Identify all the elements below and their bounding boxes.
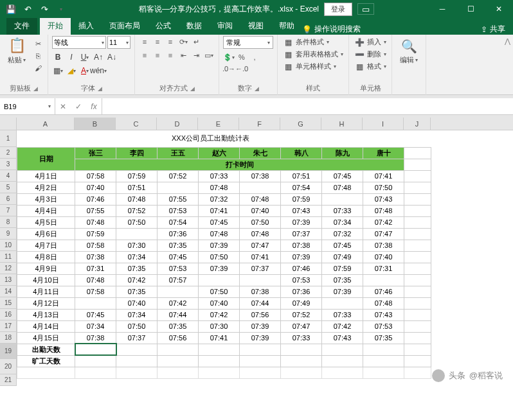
close-button[interactable]: ✕ (485, 0, 513, 18)
tab-file[interactable]: 文件 (6, 17, 37, 35)
tab-layout[interactable]: 页面布局 (102, 17, 148, 35)
row-header-13[interactable]: 13 (0, 274, 17, 286)
underline-button[interactable]: U▾ (79, 51, 91, 63)
tab-home[interactable]: 开始 (40, 17, 71, 35)
row-header-11[interactable]: 11 (0, 251, 17, 263)
tab-insert[interactable]: 插入 (71, 17, 102, 35)
conditional-format-button[interactable]: ▦条件格式▾ (282, 36, 345, 48)
row-header-15[interactable]: 15 (0, 297, 17, 309)
col-header-A[interactable]: A (17, 118, 75, 130)
qat-dropdown-icon[interactable]: ▾ (54, 2, 68, 16)
tab-data[interactable]: 数据 (179, 17, 210, 35)
align-launcher-icon[interactable]: ◢ (190, 85, 195, 92)
row-header-17[interactable]: 17 (0, 320, 17, 332)
decrease-font-icon[interactable]: A↓ (106, 51, 118, 63)
row-header-8[interactable]: 8 (0, 216, 17, 228)
row-header-20[interactable]: 20 (0, 359, 17, 374)
bold-button[interactable]: B (52, 51, 64, 63)
align-right-icon[interactable]: ≡ (165, 49, 176, 61)
row-header-19[interactable]: 19 (0, 344, 17, 359)
undo-icon[interactable]: ↶ (21, 2, 35, 16)
insert-cells-button[interactable]: ➕插入▾ (353, 36, 388, 48)
fill-color-button[interactable]: ◢▾ (66, 65, 77, 76)
font-launcher-icon[interactable]: ◢ (98, 85, 102, 92)
row-header-9[interactable]: 9 (0, 228, 17, 240)
select-all-corner[interactable] (0, 118, 17, 130)
row-header-14[interactable]: 14 (0, 286, 17, 297)
fx-icon[interactable]: fx (86, 102, 102, 111)
delete-cells-button[interactable]: ➖删除▾ (353, 48, 388, 60)
currency-icon[interactable]: 💲▾ (223, 51, 235, 63)
row-header-3[interactable]: 3 (0, 159, 17, 170)
row-header-1[interactable]: 1 (0, 130, 17, 147)
row-header-18[interactable]: 18 (0, 332, 17, 344)
col-header-D[interactable]: D (157, 118, 198, 130)
number-launcher-icon[interactable]: ◢ (255, 85, 259, 92)
decrease-indent-icon[interactable]: ⇤ (177, 49, 189, 61)
tab-formulas[interactable]: 公式 (148, 17, 179, 35)
row-header-5[interactable]: 5 (0, 182, 17, 193)
col-header-H[interactable]: H (321, 118, 363, 130)
number-format-combo[interactable]: 常规▾ (223, 36, 273, 49)
italic-button[interactable]: I (66, 51, 77, 63)
row-header-12[interactable]: 12 (0, 263, 17, 274)
col-header-B[interactable]: B (75, 118, 116, 130)
paste-button[interactable]: 📋 粘贴▾ (4, 36, 30, 66)
col-header-G[interactable]: G (280, 118, 321, 130)
cut-icon[interactable]: ✂ (32, 39, 44, 49)
percent-icon[interactable]: % (236, 51, 248, 63)
cell-style-button[interactable]: ▦单元格样式▾ (282, 60, 345, 73)
row-header-21[interactable]: 21 (0, 374, 17, 386)
minimize-button[interactable]: ─ (428, 0, 456, 18)
row-header-4[interactable]: 4 (0, 170, 17, 182)
row-header-7[interactable]: 7 (0, 205, 17, 216)
row-header-16[interactable]: 16 (0, 309, 17, 320)
comma-icon[interactable]: , (249, 51, 260, 63)
accept-formula-icon[interactable]: ✓ (71, 102, 86, 111)
decrease-decimal-icon[interactable]: ←.0 (236, 63, 248, 74)
format-painter-icon[interactable]: 🖌 (32, 63, 44, 73)
row-header-6[interactable]: 6 (0, 193, 17, 205)
wrap-text-icon[interactable]: ↵ (190, 36, 202, 48)
worksheet[interactable]: XXX公司员工出勤统计表日期张三李四王五赵六朱七韩八陈九唐十打卡时间4月1日07… (17, 130, 431, 379)
col-header-J[interactable]: J (404, 118, 431, 130)
align-left-icon[interactable]: ≡ (139, 49, 150, 61)
align-bottom-icon[interactable]: ≡ (165, 36, 176, 48)
row-header-10[interactable]: 10 (0, 240, 17, 251)
col-header-E[interactable]: E (198, 118, 239, 130)
share-button[interactable]: ⇪ 共享 (481, 24, 505, 35)
cancel-formula-icon[interactable]: ✕ (55, 102, 71, 111)
name-box[interactable]: B19▾ (0, 98, 55, 114)
col-header-C[interactable]: C (116, 118, 157, 130)
tab-view[interactable]: 视图 (240, 17, 271, 35)
redo-icon[interactable]: ↷ (37, 2, 51, 16)
orientation-icon[interactable]: ⟳▾ (177, 36, 189, 48)
editing-button[interactable]: 🔍 编辑▾ (396, 36, 422, 67)
ribbon-options-icon[interactable]: ▭ (357, 3, 374, 15)
clipboard-launcher-icon[interactable]: ◢ (33, 85, 38, 92)
merge-cells-icon[interactable]: ▭▾ (203, 49, 215, 61)
maximize-button[interactable]: ☐ (456, 0, 485, 18)
tab-help[interactable]: 帮助 (271, 17, 302, 35)
increase-decimal-icon[interactable]: .0→ (223, 63, 235, 74)
tab-review[interactable]: 审阅 (210, 17, 240, 35)
align-top-icon[interactable]: ≡ (139, 36, 150, 48)
copy-icon[interactable]: ⎘ (32, 51, 44, 61)
collapse-ribbon-icon[interactable]: ⋀ (505, 37, 510, 46)
phonetic-button[interactable]: wén▾ (93, 65, 104, 76)
row-header-2[interactable]: 2 (0, 147, 17, 159)
col-header-I[interactable]: I (363, 118, 404, 130)
border-button[interactable]: ▦▾ (52, 65, 64, 76)
save-icon[interactable]: 💾 (4, 2, 18, 16)
selected-cell[interactable] (75, 344, 116, 355)
align-middle-icon[interactable]: ≡ (152, 36, 163, 48)
align-center-icon[interactable]: ≡ (152, 49, 163, 61)
tell-me-search[interactable]: 💡 操作说明搜索 (302, 24, 361, 35)
login-button[interactable]: 登录 (324, 3, 352, 16)
table-format-button[interactable]: ▦套用表格格式▾ (282, 48, 345, 60)
font-name-combo[interactable]: 等线▾ (52, 36, 106, 49)
increase-indent-icon[interactable]: ⇥ (190, 49, 202, 61)
increase-font-icon[interactable]: A↑ (93, 51, 104, 63)
col-header-F[interactable]: F (239, 118, 280, 130)
format-cells-button[interactable]: ▦格式▾ (353, 60, 388, 73)
